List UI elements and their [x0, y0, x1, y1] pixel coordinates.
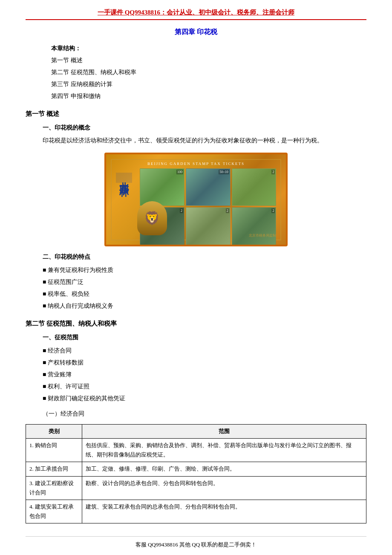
bullet-3: 税率低、税负轻 — [43, 288, 366, 300]
outline-title: 本章结构： — [51, 45, 81, 52]
stamp-cell-5: 2 — [186, 207, 231, 245]
stamp-bottom-text: 北京市税务局监制 — [249, 233, 276, 238]
table-cell-2-1: 2. 加工承揽合同 — [26, 462, 82, 476]
outline-item-4: 第四节 申报和缴纳 — [51, 93, 101, 99]
stamp-left-text: 北京园林 — [116, 173, 132, 183]
tax-range-table: 类别 范围 1. 购销合同 包括供应、预购、采购、购销结合及协作、调剂、补偿、贸… — [26, 424, 366, 523]
outline-item-3: 第三节 应纳税额的计算 — [51, 81, 112, 87]
section1-title: 第一节 概述 — [26, 110, 366, 118]
table-cell-2-2: 加工、定做、修缮、修理、印刷、广告、测绘、测试等合同。 — [82, 462, 366, 476]
s2-bullet-5: 财政部门确定征税的其他凭证 — [43, 393, 366, 405]
subsection2-1-title: 一、征税范围 — [43, 334, 366, 341]
stamp-cell-6: 2 — [232, 207, 277, 245]
s2-bullet-1: 经济合同 — [43, 345, 366, 357]
stamp-image: BEIJING GARDEN STAMP TAX TICKETS 北京园林 10… — [104, 153, 288, 246]
chapter-title: 第四章 印花税 — [26, 28, 366, 37]
stamp-cell-1: 100 — [140, 168, 184, 206]
table-row: 3. 建设工程勘察设计合同 勘察、设计合同的总承包合同、分包合同和转包合同。 — [26, 476, 366, 500]
table-cell-4-1: 4. 建筑安装工程承包合同 — [26, 500, 82, 523]
top-banner: 一手课件 QQ99438816：会计从业、初中级会计、税务师、注册会计师 — [26, 9, 366, 20]
table-cell-1-2: 包括供应、预购、采购、购销结合及协作、调剂、补偿、贸易等合同出版单位与发行单位之… — [82, 439, 366, 462]
section1-bullets: 兼有凭证税和行为税性质 征税范围广泛 税率低、税负轻 纳税人自行完成纳税义务 — [43, 264, 366, 312]
section2-title: 第二节 征税范围、纳税人和税率 — [26, 320, 366, 328]
outline-section: 本章结构： 第一节 概述 第二节 征税范围、纳税人和税率 第三节 应纳税额的计算… — [51, 43, 366, 102]
bullet-2: 征税范围广泛 — [43, 276, 366, 288]
table-cell-4-2: 建筑、安装工程承包合同的总承包合同、分包合同和转包合同。 — [82, 500, 366, 523]
stamp-cell-3: 2 — [232, 168, 277, 206]
table-row: 2. 加工承揽合同 加工、定做、修缮、修理、印刷、广告、测绘、测试等合同。 — [26, 462, 366, 476]
s2-bullet-3: 营业账簿 — [43, 369, 366, 381]
section2-bullets: 经济合同 产权转移数据 营业账簿 权利、许可证照 财政部门确定征税的其他凭证 — [43, 345, 366, 405]
table-header-category: 类别 — [26, 425, 82, 439]
table-header-range: 范围 — [82, 425, 366, 439]
paren-item: （一）经济合同 — [43, 408, 366, 420]
stamp-inner: BEIJING GARDEN STAMP TAX TICKETS 北京园林 10… — [111, 159, 282, 240]
s2-bullet-2: 产权转移数据 — [43, 357, 366, 369]
outline-item-2: 第二节 征税范围、纳税人和税率 — [51, 69, 136, 75]
subsection1-1-body: 印花税是以经济活动和经济交往中，书立、领受应税凭证的行为为征收对象征收的一种税，… — [43, 135, 366, 146]
footer-text: 客服 QQ99438816 其他 QQ 联系的都是二手倒卖！ — [26, 536, 366, 549]
subsection1-1-title: 一、印花税的概念 — [43, 124, 366, 132]
outline-item-1: 第一节 概述 — [51, 57, 83, 64]
stamp-cell-2: 50+10 — [186, 168, 231, 206]
table-cell-3-2: 勘察、设计合同的总承包合同、分包合同和转包合同。 — [82, 476, 366, 500]
stamp-top-label: BEIJING GARDEN STAMP TAX TICKETS — [147, 162, 245, 166]
table-row: 4. 建筑安装工程承包合同 建筑、安装工程承包合同的总承包合同、分包合同和转包合… — [26, 500, 366, 523]
bullet-4: 纳税人自行完成纳税义务 — [43, 300, 366, 312]
table-cell-3-1: 3. 建设工程勘察设计合同 — [26, 476, 82, 500]
lion-figure: 🦁 — [137, 201, 167, 235]
table-cell-1-1: 1. 购销合同 — [26, 439, 82, 462]
bullet-1: 兼有凭证税和行为税性质 — [43, 264, 366, 276]
table-row: 1. 购销合同 包括供应、预购、采购、购销结合及协作、调剂、补偿、贸易等合同出版… — [26, 439, 366, 462]
s2-bullet-4: 权利、许可证照 — [43, 381, 366, 393]
subsection1-2-title: 二、印花税的特点 — [43, 253, 366, 261]
